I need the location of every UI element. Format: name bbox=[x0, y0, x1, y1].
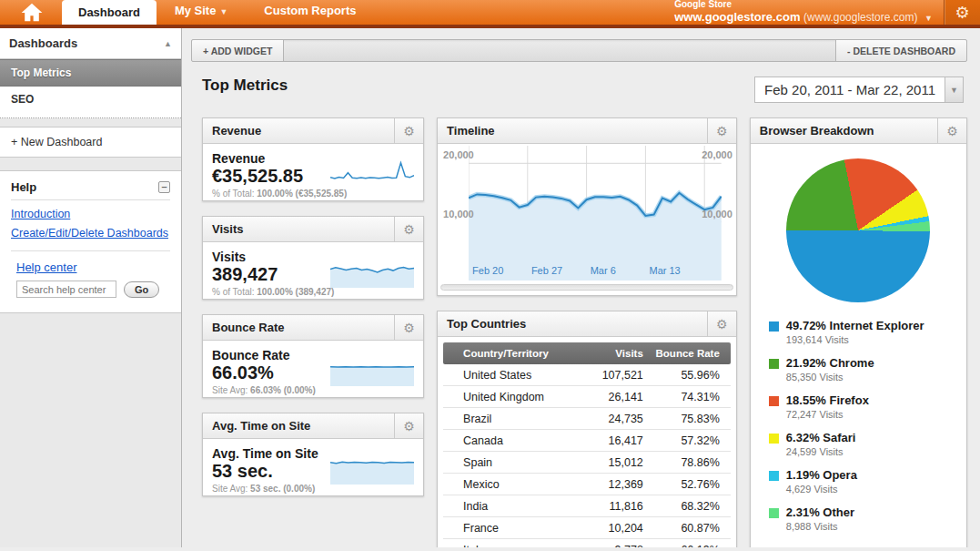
metric-note: % of Total: 100.00% (€35,525.85) bbox=[212, 189, 414, 199]
date-range-selector[interactable]: Feb 20, 2011 - Mar 22, 2011 ▼ bbox=[754, 77, 964, 103]
legend-visits: 8,988 Visits bbox=[786, 521, 854, 532]
revenue-widget: Revenue ⚙ Revenue €35,525.85 % of Total:… bbox=[202, 117, 424, 201]
widget-title: Browser Breakdown bbox=[751, 124, 937, 138]
delete-dashboard-button[interactable]: - DELETE DASHBOARD bbox=[835, 40, 966, 61]
table-cell: 9,778 bbox=[571, 544, 643, 547]
table-cell: 74.31% bbox=[643, 391, 731, 403]
help-link-introduction[interactable]: Introduction bbox=[11, 208, 170, 220]
tab-my-site[interactable]: My Site▼ bbox=[157, 4, 246, 25]
table-header-row: Country/Territory Visits Bounce Rate bbox=[443, 342, 731, 364]
help-center-link[interactable]: Help center bbox=[16, 260, 170, 274]
legend-visits: 4,629 Visits bbox=[786, 484, 857, 495]
legend-item: 21.92% Chrome85,350 Visits bbox=[769, 356, 963, 383]
widget-settings-button[interactable]: ⚙ bbox=[394, 118, 423, 143]
table-row: United Kingdom26,14174.31% bbox=[443, 386, 731, 408]
collapse-arrow-icon[interactable]: ▲ bbox=[164, 39, 172, 48]
legend-visits: 85,350 Visits bbox=[786, 372, 874, 383]
table-cell: 10,204 bbox=[571, 522, 643, 535]
widget-settings-button[interactable]: ⚙ bbox=[394, 217, 423, 241]
browser-pie-chart bbox=[786, 158, 930, 302]
table-row: Brazil24,73575.83% bbox=[443, 408, 731, 430]
table-cell: 24,735 bbox=[571, 413, 643, 425]
dotted-divider bbox=[0, 112, 181, 118]
timeline-widget: Timeline ⚙ Feb 20Feb 27Mar 6Mar 13 20,00… bbox=[437, 117, 737, 296]
revenue-sparkline bbox=[330, 160, 414, 189]
column-header-country: Country/Territory bbox=[443, 348, 571, 359]
new-dashboard-button[interactable]: + New Dashboard bbox=[0, 128, 181, 158]
table-cell: Brazil bbox=[443, 413, 571, 425]
widget-title: Visits bbox=[203, 222, 394, 236]
help-link-create-edit-delete[interactable]: Create/Edit/Delete Dashboards bbox=[11, 227, 170, 240]
help-search-input[interactable] bbox=[16, 281, 116, 298]
timeline-scrollbar[interactable] bbox=[440, 284, 733, 291]
gear-icon: ⚙ bbox=[403, 419, 415, 434]
timeline-y-tick-label: 10,000 bbox=[702, 209, 732, 219]
gear-icon: ⚙ bbox=[716, 317, 728, 332]
table-cell: 66.19% bbox=[643, 544, 731, 547]
page-title: Top Metrics bbox=[202, 77, 288, 95]
table-cell: Canada bbox=[443, 434, 571, 447]
table-cell: United States bbox=[443, 369, 571, 382]
legend-label: 21.92% Chrome bbox=[786, 356, 874, 370]
tab-my-site-label: My Site bbox=[175, 4, 217, 17]
bounce-rate-widget: Bounce Rate ⚙ Bounce Rate 66.03% Site Av… bbox=[202, 314, 424, 398]
widget-settings-button[interactable]: ⚙ bbox=[937, 118, 966, 143]
legend-swatch bbox=[769, 434, 779, 444]
timeline-chart: Feb 20Feb 27Mar 6Mar 13 20,00020,00010,0… bbox=[439, 146, 734, 281]
settings-button[interactable]: ⚙ bbox=[944, 0, 980, 25]
sidebar-item-top-metrics[interactable]: Top Metrics bbox=[0, 59, 181, 87]
table-cell: 57.32% bbox=[643, 434, 731, 447]
legend-swatch bbox=[769, 321, 779, 332]
gear-icon: ⚙ bbox=[403, 222, 415, 237]
sidebar-gap bbox=[0, 118, 181, 128]
timeline-y-tick-label: 20,000 bbox=[443, 149, 474, 160]
legend-label: 49.72% Internet Explorer bbox=[786, 319, 924, 332]
widget-settings-button[interactable]: ⚙ bbox=[394, 413, 423, 438]
date-range-dropdown-button[interactable]: ▼ bbox=[945, 77, 964, 103]
table-row: Mexico12,36952.76% bbox=[443, 474, 731, 495]
table-row: Canada16,41757.32% bbox=[443, 430, 731, 452]
table-cell: United Kingdom bbox=[443, 391, 571, 403]
date-range-value: Feb 20, 2011 - Mar 22, 2011 bbox=[754, 77, 945, 103]
collapse-help-button[interactable]: – bbox=[158, 181, 170, 193]
account-selector[interactable]: Google Store www.googlestore.com (www.go… bbox=[663, 0, 944, 29]
widget-title: Top Countries bbox=[438, 317, 707, 331]
tab-dashboard[interactable]: Dashboard bbox=[62, 0, 157, 25]
dashboards-section-header[interactable]: Dashboards ▲ bbox=[0, 28, 181, 59]
metric-note: Site Avg: 66.03% (0.00%) bbox=[212, 385, 414, 395]
legend-visits: 24,599 Visits bbox=[786, 446, 856, 457]
widget-settings-button[interactable]: ⚙ bbox=[707, 311, 736, 336]
browser-legend: 49.72% Internet Explorer193,614 Visits21… bbox=[751, 317, 966, 547]
legend-label: 1.19% Opera bbox=[786, 468, 857, 482]
visits-widget: Visits ⚙ Visits 389,427 % of Total: 100.… bbox=[202, 216, 424, 300]
chevron-down-icon: ▼ bbox=[924, 14, 933, 23]
table-cell: 11,816 bbox=[571, 500, 643, 513]
legend-item: 18.55% Firefox72,247 Visits bbox=[769, 393, 963, 420]
gear-icon: ⚙ bbox=[716, 124, 728, 138]
add-widget-button[interactable]: + ADD WIDGET bbox=[192, 40, 284, 61]
home-button[interactable] bbox=[20, 1, 44, 21]
table-cell: Mexico bbox=[443, 478, 571, 491]
sidebar-item-seo[interactable]: SEO bbox=[0, 87, 181, 112]
timeline-x-tick-label: Mar 13 bbox=[650, 265, 681, 276]
widget-title: Timeline bbox=[438, 124, 707, 138]
countries-table-body: United States107,52155.96%United Kingdom… bbox=[443, 364, 731, 547]
widget-title: Bounce Rate bbox=[203, 321, 394, 334]
widget-settings-button[interactable]: ⚙ bbox=[707, 118, 736, 143]
widget-settings-button[interactable]: ⚙ bbox=[394, 315, 423, 340]
timeline-x-tick-label: Feb 20 bbox=[472, 265, 503, 276]
legend-label: 6.32% Safari bbox=[786, 431, 856, 444]
table-row: India11,81668.32% bbox=[443, 495, 731, 517]
legend-item: 1.19% Opera4,629 Visits bbox=[769, 468, 963, 495]
tab-custom-reports[interactable]: Custom Reports bbox=[246, 4, 374, 25]
widget-title: Avg. Time on Site bbox=[203, 419, 394, 433]
legend-swatch bbox=[769, 359, 779, 369]
chevron-down-icon: ▼ bbox=[950, 86, 958, 95]
help-panel: Help – Introduction Create/Edit/Delete D… bbox=[0, 170, 181, 313]
legend-item: 2.31% Other8,988 Visits bbox=[769, 505, 963, 532]
table-cell: Italy bbox=[443, 544, 571, 547]
legend-swatch bbox=[769, 396, 779, 406]
metric-note: % of Total: 100.00% (389,427) bbox=[212, 287, 414, 297]
go-button[interactable]: Go bbox=[124, 281, 159, 298]
timeline-x-tick-label: Feb 27 bbox=[531, 265, 562, 276]
